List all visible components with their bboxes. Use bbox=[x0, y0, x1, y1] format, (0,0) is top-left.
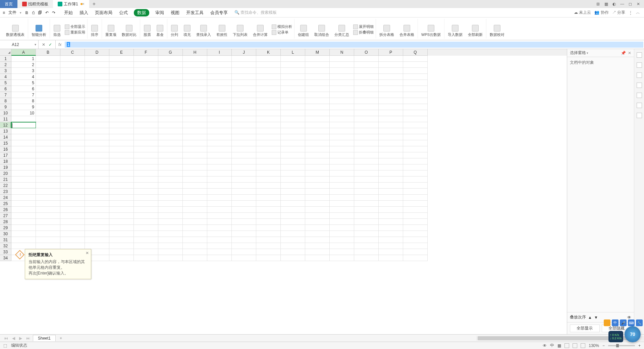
cell[interactable] bbox=[109, 189, 134, 195]
cell[interactable] bbox=[60, 219, 85, 225]
cell[interactable] bbox=[60, 183, 85, 189]
user-icon[interactable]: ◐ bbox=[611, 1, 617, 7]
cell[interactable] bbox=[36, 231, 60, 237]
row-header[interactable]: 26 bbox=[0, 207, 11, 213]
sheet-first-icon[interactable]: ⏮ bbox=[3, 336, 9, 341]
cell[interactable] bbox=[281, 237, 305, 243]
cell[interactable] bbox=[330, 116, 354, 122]
cell[interactable] bbox=[305, 219, 330, 225]
cell[interactable] bbox=[183, 152, 207, 158]
cell[interactable] bbox=[232, 213, 256, 219]
cell[interactable] bbox=[354, 243, 379, 249]
cell[interactable] bbox=[158, 249, 183, 255]
cell[interactable] bbox=[256, 74, 281, 80]
cell[interactable] bbox=[85, 140, 109, 146]
cell[interactable] bbox=[11, 140, 36, 146]
row-header[interactable]: 17 bbox=[0, 152, 11, 158]
col-header[interactable]: D bbox=[85, 49, 109, 56]
cell[interactable] bbox=[305, 116, 330, 122]
cell[interactable] bbox=[403, 158, 428, 164]
cell[interactable] bbox=[354, 116, 379, 122]
cell[interactable] bbox=[207, 56, 232, 62]
cell[interactable] bbox=[330, 225, 354, 231]
cell[interactable] bbox=[109, 207, 134, 213]
cell[interactable] bbox=[109, 104, 134, 110]
cell[interactable] bbox=[305, 104, 330, 110]
cell[interactable] bbox=[36, 92, 60, 98]
cell[interactable] bbox=[305, 74, 330, 80]
cell[interactable] bbox=[207, 92, 232, 98]
row-header[interactable]: 22 bbox=[0, 183, 11, 189]
cell[interactable] bbox=[354, 56, 379, 62]
cell[interactable] bbox=[403, 128, 428, 134]
fund-button[interactable]: 基金 bbox=[155, 24, 165, 38]
cell[interactable] bbox=[85, 68, 109, 74]
cell[interactable] bbox=[379, 80, 403, 86]
cell[interactable] bbox=[85, 98, 109, 104]
cell[interactable] bbox=[330, 104, 354, 110]
search-input[interactable]: 🔍 查找命令、搜索模板 bbox=[234, 10, 277, 15]
cell[interactable] bbox=[305, 134, 330, 140]
cell[interactable] bbox=[109, 146, 134, 152]
close-button[interactable]: ✕ bbox=[635, 1, 641, 7]
cell[interactable] bbox=[232, 56, 256, 62]
cell[interactable] bbox=[256, 134, 281, 140]
cell[interactable] bbox=[183, 68, 207, 74]
cell[interactable] bbox=[330, 140, 354, 146]
cell[interactable] bbox=[281, 116, 305, 122]
cell[interactable] bbox=[36, 243, 60, 249]
cell[interactable] bbox=[281, 243, 305, 249]
cell[interactable] bbox=[11, 201, 36, 207]
cell[interactable] bbox=[281, 177, 305, 183]
cell[interactable] bbox=[158, 110, 183, 116]
cell[interactable] bbox=[207, 225, 232, 231]
cell[interactable] bbox=[256, 219, 281, 225]
cell[interactable] bbox=[305, 255, 330, 261]
cell[interactable] bbox=[158, 104, 183, 110]
cell[interactable] bbox=[60, 225, 85, 231]
cell[interactable] bbox=[330, 68, 354, 74]
cell[interactable] bbox=[207, 207, 232, 213]
cell[interactable] bbox=[305, 110, 330, 116]
cell[interactable] bbox=[354, 158, 379, 164]
cell[interactable] bbox=[354, 134, 379, 140]
cell[interactable] bbox=[232, 189, 256, 195]
cell[interactable] bbox=[183, 170, 207, 177]
formula-input[interactable]: 1 bbox=[65, 42, 643, 48]
cell[interactable] bbox=[379, 74, 403, 80]
cell[interactable] bbox=[85, 146, 109, 152]
cell[interactable] bbox=[207, 146, 232, 152]
cell[interactable] bbox=[109, 195, 134, 201]
cell[interactable] bbox=[85, 164, 109, 170]
cell[interactable] bbox=[232, 128, 256, 134]
cell[interactable] bbox=[232, 68, 256, 74]
cell[interactable] bbox=[379, 92, 403, 98]
cell[interactable] bbox=[330, 243, 354, 249]
cell[interactable] bbox=[281, 74, 305, 80]
pane-close-icon[interactable]: ✕ bbox=[628, 51, 631, 55]
cell[interactable] bbox=[158, 122, 183, 128]
cell[interactable] bbox=[109, 152, 134, 158]
cell[interactable] bbox=[134, 68, 158, 74]
row-header[interactable]: 34 bbox=[0, 255, 11, 261]
cell[interactable] bbox=[183, 213, 207, 219]
cell[interactable] bbox=[134, 62, 158, 68]
cell[interactable] bbox=[183, 195, 207, 201]
cell[interactable] bbox=[232, 183, 256, 189]
cell[interactable] bbox=[379, 249, 403, 255]
cell[interactable] bbox=[281, 56, 305, 62]
cell[interactable] bbox=[354, 86, 379, 92]
cell[interactable] bbox=[109, 249, 134, 255]
cell[interactable] bbox=[60, 110, 85, 116]
cell[interactable] bbox=[85, 189, 109, 195]
cell[interactable] bbox=[354, 68, 379, 74]
cell[interactable] bbox=[158, 225, 183, 231]
cell[interactable] bbox=[207, 213, 232, 219]
col-header[interactable]: M bbox=[305, 49, 330, 56]
cell[interactable] bbox=[183, 122, 207, 128]
cell[interactable] bbox=[281, 195, 305, 201]
cell[interactable] bbox=[109, 98, 134, 104]
row-header[interactable]: 16 bbox=[0, 146, 11, 152]
row-header[interactable]: 9 bbox=[0, 104, 11, 110]
cell[interactable] bbox=[281, 134, 305, 140]
